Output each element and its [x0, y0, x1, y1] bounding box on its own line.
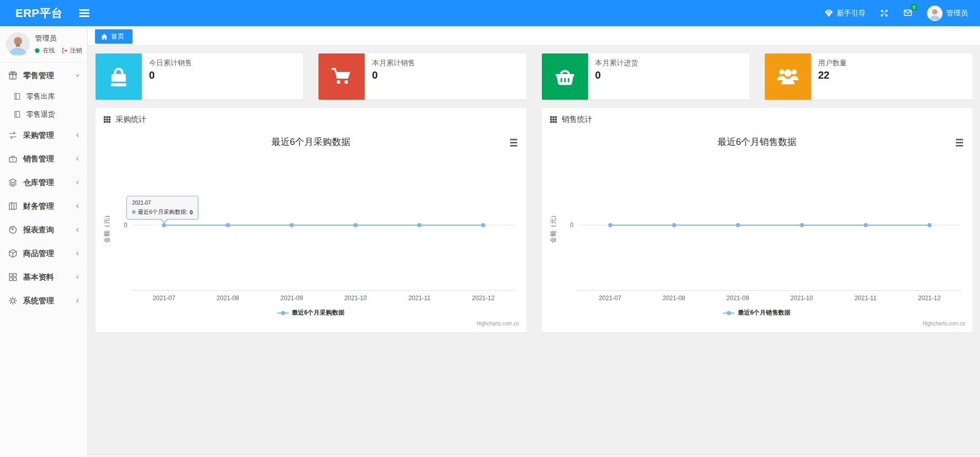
sidebar-item-label: 仓库管理 [23, 178, 54, 188]
tab-home[interactable]: 首页 [95, 29, 133, 44]
stat-value: 0 [372, 69, 415, 81]
sidebar-item-system[interactable]: 系统管理 [0, 289, 87, 313]
gem-icon [824, 9, 833, 17]
breadcrumb-bar: 首页 [88, 26, 980, 46]
stat-label: 今日累计销售 [149, 59, 192, 68]
gear-icon [8, 296, 17, 305]
stat-label: 用户数量 [818, 59, 847, 68]
chevron-left-icon [75, 179, 80, 186]
guide-link[interactable]: 新手引导 [824, 9, 865, 18]
chart-tooltip: 2021-07 最近6个月采购数据: 0 [126, 196, 198, 220]
user-menu[interactable]: 管理员 [927, 6, 968, 21]
sidebar-item-products[interactable]: 商品管理 [0, 242, 87, 265]
sign-out-icon [61, 47, 68, 54]
legend-item[interactable]: 最近6个月采购数据 [96, 308, 526, 317]
sidebar-item-finance[interactable]: 财务管理 [0, 194, 87, 218]
highcharts-credit-link[interactable]: Highcharts.com.cn [922, 321, 965, 326]
tooltip-header: 2021-07 [132, 200, 193, 206]
stat-card-month-purchase: 本月累计进货 0 [542, 53, 749, 100]
sidebar-item-purchase[interactable]: 采购管理 [0, 123, 87, 147]
user-meta: 管理员 在线 注销 [35, 34, 82, 55]
sales-stats-panel: 销售统计 最近6个月销售数据 金额（元） 0 2021-072021-08202… [542, 108, 973, 333]
shopping-bag-icon [107, 65, 130, 88]
chevron-left-icon [75, 203, 80, 209]
x-axis-labels: 2021-072021-082021-092021-102021-112021-… [542, 295, 973, 303]
sidebar-user-panel: 管理员 在线 注销 [0, 26, 87, 62]
panel-title: 采购统计 [116, 115, 146, 124]
chevron-left-icon [75, 274, 80, 280]
grid-icon [8, 272, 17, 282]
sidebar-item-label: 销售管理 [23, 154, 54, 164]
report-pie-icon [8, 225, 17, 234]
th-grid-icon [103, 116, 111, 123]
ledger-icon [8, 202, 17, 211]
stat-value: 0 [595, 69, 638, 81]
basket-icon [553, 65, 577, 88]
stat-card-today-sales: 今日累计销售 0 [96, 53, 303, 100]
panel-title: 销售统计 [562, 115, 593, 124]
stat-label: 本月累计进货 [595, 59, 638, 68]
footer-strip [88, 454, 980, 457]
sidebar-item-label: 财务管理 [23, 202, 54, 211]
home-icon [101, 33, 108, 40]
tab-home-label: 首页 [111, 32, 124, 41]
chevron-left-icon [75, 298, 80, 304]
sidebar-item-retail-outbound[interactable]: 零售出库 [0, 87, 87, 105]
legend-label: 最近6个月采购数据 [292, 308, 345, 317]
product-box-icon [8, 249, 17, 258]
sidebar-item-label: 零售出库 [26, 92, 55, 101]
sidebar-item-label: 零售管理 [23, 71, 54, 81]
shopping-cart-icon [330, 65, 353, 88]
sidebar-item-retail[interactable]: 零售管理 [0, 64, 87, 87]
top-header: ERP平台 新手引导 0 管理员 [0, 0, 980, 26]
retail-submenu: 零售出库 零售退货 [0, 87, 87, 123]
messages-button[interactable]: 0 [903, 8, 913, 19]
sidebar-toggle-icon[interactable] [76, 6, 92, 20]
sidebar-item-label: 报表查询 [23, 225, 54, 235]
guide-label: 新手引导 [837, 9, 865, 18]
chevron-left-icon [75, 250, 80, 257]
sidebar-item-reports[interactable]: 报表查询 [0, 218, 87, 242]
panel-header: 采购统计 [96, 108, 526, 130]
chevron-down-icon [75, 72, 80, 79]
sidebar-item-basic-data[interactable]: 基本资料 [0, 265, 87, 289]
stat-cards: 今日累计销售 0 本月累计销售 0 本月累计进货 0 [96, 53, 972, 100]
card-icon-box [542, 53, 588, 100]
highcharts-credit-link[interactable]: Highcharts.com.cn [477, 321, 519, 326]
layers-icon [8, 178, 17, 187]
sidebar-item-retail-return[interactable]: 零售退货 [0, 105, 87, 123]
sidebar-item-warehouse[interactable]: 仓库管理 [0, 171, 87, 194]
card-icon-box [318, 53, 365, 100]
header-username: 管理员 [946, 9, 968, 18]
chevron-left-icon [75, 156, 80, 162]
chevron-left-icon [75, 132, 80, 138]
main: 今日累计销售 0 本月累计销售 0 本月累计进货 0 [88, 46, 980, 340]
fullscreen-button[interactable] [880, 9, 889, 17]
chevron-left-icon [75, 227, 80, 233]
legend-item[interactable]: 最近6个月销售数据 [542, 308, 973, 317]
logout-link[interactable]: 注销 [61, 46, 82, 55]
header-right: 新手引导 0 管理员 [824, 6, 980, 21]
stat-value: 22 [818, 69, 847, 81]
sidebar-item-sales[interactable]: 销售管理 [0, 147, 87, 171]
x-axis-labels: 2021-072021-082021-092021-102021-112021-… [96, 295, 526, 303]
sidebar-username: 管理员 [35, 34, 82, 43]
purchase-stats-panel: 采购统计 最近6个月采购数据 金额（元） 0 2021-072021-08202… [96, 108, 526, 333]
logout-label: 注销 [70, 46, 82, 55]
briefcase-icon [8, 154, 17, 163]
sidebar-item-label: 采购管理 [23, 131, 54, 140]
th-grid-icon [550, 116, 557, 123]
line-plot [542, 130, 973, 305]
sidebar-item-label: 系统管理 [23, 296, 54, 306]
online-status-icon [35, 48, 40, 53]
legend-line-symbol [277, 310, 289, 316]
stat-card-user-count: 用户数量 22 [765, 53, 972, 100]
tooltip-value: 0 [190, 209, 193, 215]
stat-label: 本月累计销售 [372, 59, 415, 68]
file-icon [13, 93, 21, 100]
stat-card-month-sales: 本月累计销售 0 [318, 53, 526, 100]
card-icon-box [96, 53, 142, 100]
brand-logo[interactable]: ERP平台 [0, 6, 76, 21]
sidebar-item-label: 零售退货 [26, 110, 55, 119]
sales-line-chart: 最近6个月销售数据 金额（元） 0 2021-072021-082021-092… [542, 130, 973, 333]
